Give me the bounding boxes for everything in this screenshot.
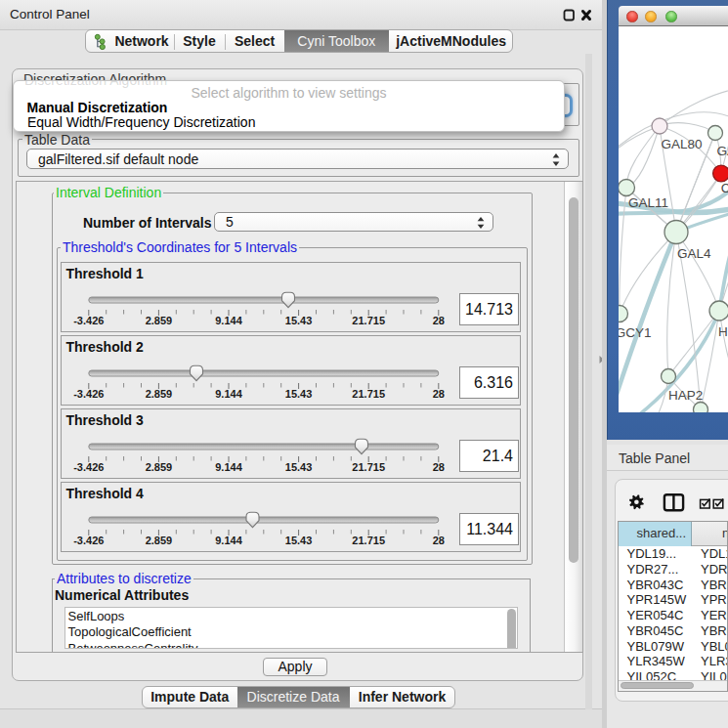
- svg-text:C: C: [720, 181, 728, 195]
- svg-text:GAL80: GAL80: [661, 136, 702, 150]
- svg-text:HAP2: HAP2: [668, 387, 703, 402]
- svg-text:GCY1: GCY1: [619, 325, 652, 340]
- svg-text:GAL: GAL: [716, 144, 728, 158]
- svg-text:HIS: HIS: [717, 324, 728, 339]
- svg-text:GAL4: GAL4: [677, 245, 711, 260]
- svg-text:GAL11: GAL11: [628, 195, 668, 210]
